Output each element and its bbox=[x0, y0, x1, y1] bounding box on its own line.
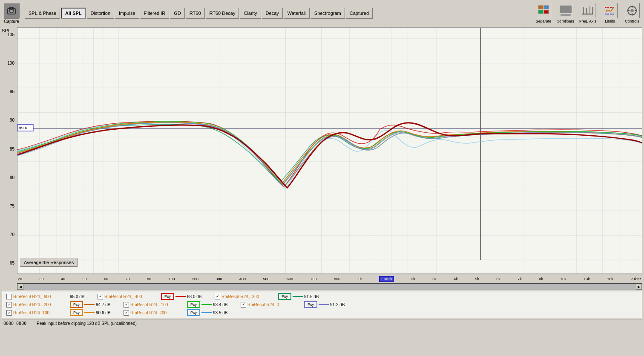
svg-rect-5 bbox=[544, 6, 549, 9]
x-label-20: 20 bbox=[18, 277, 22, 281]
main-content: SPL bbox=[0, 26, 644, 356]
y-label-95: 95 bbox=[10, 89, 14, 94]
app-container: Capture SPL & Phase All SPL Distortion I… bbox=[0, 0, 644, 356]
svg-rect-7 bbox=[544, 10, 549, 14]
controls-button[interactable]: Controls bbox=[624, 3, 641, 23]
scrollbar[interactable]: ◀ ▶ bbox=[17, 283, 642, 290]
legend-db-1: 95.0 dB bbox=[70, 294, 93, 299]
scrollbars-icon bbox=[558, 3, 573, 18]
y-label-85: 85 bbox=[10, 147, 14, 151]
chart-svg: 89.6 bbox=[17, 28, 642, 273]
freq-axis-button[interactable]: Freq. Axis bbox=[579, 3, 596, 23]
x-label-16k: 16k bbox=[607, 277, 613, 281]
svg-rect-4 bbox=[538, 6, 543, 9]
tab-impulse[interactable]: Impulse bbox=[115, 8, 139, 19]
legend-check-3[interactable]: ✓ bbox=[215, 294, 220, 299]
legend-item-6: ✓ RmRespLR24_0 Psy 91.2 dB bbox=[241, 301, 354, 308]
y-label-80: 80 bbox=[10, 175, 14, 180]
tab-spl-phase[interactable]: SPL & Phase bbox=[25, 8, 60, 19]
legend-psy-2: Psy bbox=[161, 293, 174, 300]
tab-spectrogram[interactable]: Spectrogram bbox=[310, 8, 345, 19]
scroll-left-button[interactable]: ◀ bbox=[17, 284, 23, 290]
x-label-30: 30 bbox=[40, 277, 44, 281]
svg-rect-9 bbox=[561, 14, 571, 16]
separate-icon bbox=[536, 3, 551, 18]
legend-name-4: RmRespLR24_-200 bbox=[13, 302, 69, 307]
y-axis: 105 100 95 90 85 80 75 70 65 bbox=[0, 26, 15, 273]
x-label-80: 80 bbox=[147, 277, 151, 281]
freq-axis-label: Freq. Axis bbox=[579, 19, 596, 23]
tab-all-spl[interactable]: All SPL bbox=[61, 8, 86, 19]
x-label-10k: 10k bbox=[560, 277, 566, 281]
legend-db-2: 88.0 dB bbox=[187, 294, 210, 299]
legend-check-8[interactable]: ✓ bbox=[124, 310, 129, 316]
capture-label: Capture bbox=[4, 19, 19, 24]
tab-rt60-decay[interactable]: RT60 Decay bbox=[206, 8, 239, 19]
bottom-bar: 0000 0000 Peak input before clipping 120… bbox=[2, 319, 642, 328]
tab-captured[interactable]: Captured bbox=[346, 8, 373, 19]
legend-psy-6: Psy bbox=[304, 301, 317, 308]
separate-button[interactable]: Separate bbox=[535, 3, 552, 23]
x-label-20k: 20kHz bbox=[630, 277, 641, 281]
legend-line-4 bbox=[84, 302, 95, 307]
legend-check-6[interactable]: ✓ bbox=[241, 302, 246, 308]
x-label-6k: 6k bbox=[496, 277, 500, 281]
legend-line-6 bbox=[319, 302, 329, 307]
legend-line-3 bbox=[293, 294, 303, 299]
x-label-13k: 13k bbox=[584, 277, 590, 281]
legend-db-4: 94.7 dB bbox=[96, 302, 119, 307]
legend-check-2[interactable]: ✓ bbox=[98, 294, 103, 299]
limits-label: Limits bbox=[605, 19, 615, 23]
legend-check-1[interactable] bbox=[6, 294, 12, 299]
legend-psy-5: Psy bbox=[187, 301, 200, 308]
x-label-100: 100 bbox=[169, 277, 175, 281]
y-label-70: 70 bbox=[10, 232, 14, 237]
legend-psy-3: Psy bbox=[278, 293, 291, 300]
tab-rt60[interactable]: RT60 bbox=[186, 8, 205, 19]
limits-button[interactable]: Limits bbox=[601, 3, 618, 23]
legend-db-7: 90.6 dB bbox=[96, 310, 119, 315]
x-label-7k: 7k bbox=[518, 277, 522, 281]
chart-area[interactable]: 89.6 bbox=[17, 27, 642, 274]
legend-item-5: ✓ RmRespLR24_-100 Psy 93.4 dB bbox=[124, 301, 236, 308]
x-label-2k: 2k bbox=[411, 277, 415, 281]
y-label-75: 75 bbox=[10, 204, 14, 208]
svg-text:89.6: 89.6 bbox=[19, 125, 27, 130]
y-label-100: 100 bbox=[7, 61, 14, 66]
x-axis: 20 30 40 50 60 70 80 100 200 300 400 500… bbox=[17, 274, 642, 283]
scrollbars-button[interactable]: Scrollbars bbox=[557, 3, 574, 23]
average-responses-button[interactable]: Average the Responses bbox=[20, 258, 78, 267]
x-label-500: 500 bbox=[263, 277, 270, 281]
x-label-5k: 5k bbox=[475, 277, 479, 281]
legend-check-4[interactable]: ✓ bbox=[6, 302, 12, 308]
svg-point-18 bbox=[630, 9, 634, 12]
capture-button[interactable]: Capture bbox=[3, 3, 20, 24]
tab-clarity[interactable]: Clarity bbox=[240, 8, 261, 19]
x-label-60: 60 bbox=[104, 277, 108, 281]
y-label-105: 105 bbox=[7, 32, 14, 37]
x-label-600: 600 bbox=[287, 277, 293, 281]
legend-psy-7: Psy bbox=[70, 309, 83, 316]
x-label-8k: 8k bbox=[539, 277, 543, 281]
bottom-coords: 0000 0000 bbox=[3, 321, 33, 326]
tab-filtered-ir[interactable]: Filtered IR bbox=[140, 8, 170, 19]
x-label-200: 200 bbox=[192, 277, 198, 281]
legend-item-4: ✓ RmRespLR24_-200 Psy 94.7 dB bbox=[6, 301, 119, 308]
scroll-right-button[interactable]: ▶ bbox=[636, 284, 642, 290]
tab-decay[interactable]: Decay bbox=[262, 8, 283, 19]
legend-check-5[interactable]: ✓ bbox=[124, 302, 129, 308]
legend-name-1: RmRespLR24_-600 bbox=[13, 294, 69, 299]
bottom-message: Peak input before clipping 120 dB SPL (u… bbox=[37, 321, 137, 326]
legend-db-6: 91.2 dB bbox=[330, 302, 354, 307]
x-label-1k: 1k bbox=[358, 277, 362, 281]
legend-name-6: RmRespLR24_0 bbox=[247, 302, 303, 307]
tab-gd[interactable]: GD bbox=[170, 8, 185, 19]
legend-item-8: ✓ RmRespLR24_200 Psy 93.5 dB bbox=[124, 309, 236, 316]
y-label-90: 90 bbox=[10, 118, 14, 122]
tab-waterfall[interactable]: Waterfall bbox=[284, 8, 310, 19]
scroll-track[interactable] bbox=[23, 284, 636, 290]
tab-distortion[interactable]: Distortion bbox=[87, 8, 114, 19]
legend-name-5: RmRespLR24_-100 bbox=[130, 302, 186, 307]
legend-name-2: RmRespLR24_-400 bbox=[104, 294, 160, 299]
legend-check-7[interactable]: ✓ bbox=[6, 310, 12, 316]
